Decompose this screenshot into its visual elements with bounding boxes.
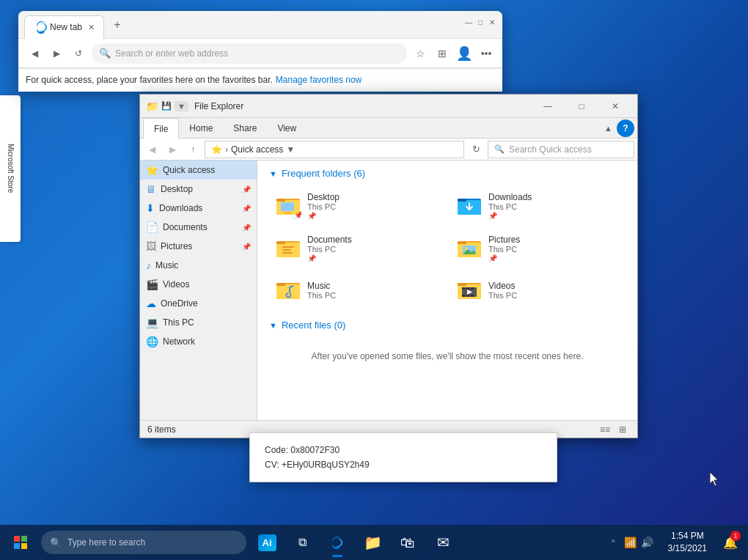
folder-videos[interactable]: Videos This PC bbox=[450, 273, 626, 308]
sidebar-item-this-pc[interactable]: 💻 This PC bbox=[140, 313, 257, 332]
browser-tab-close-btn[interactable]: ✕ bbox=[88, 23, 95, 32]
browser-window: New tab ✕ + — □ ✕ ◀ ▶ ↺ 🔍 Search or ente… bbox=[18, 11, 502, 92]
frequent-folders-title: Frequent folders (6) bbox=[282, 168, 365, 179]
fe-back-btn[interactable]: ◀ bbox=[143, 141, 161, 158]
frequent-chevron[interactable]: ▼ bbox=[269, 169, 277, 178]
start-button[interactable] bbox=[3, 525, 38, 560]
ribbon-tab-view[interactable]: View bbox=[267, 118, 307, 139]
sidebar-item-music[interactable]: ♪ Music bbox=[140, 256, 257, 275]
sidebar-item-desktop[interactable]: 🖥 Desktop 📌 bbox=[140, 180, 257, 199]
fe-minimize-btn[interactable]: — bbox=[532, 96, 564, 117]
recent-chevron[interactable]: ▼ bbox=[269, 321, 277, 330]
folder-documents[interactable]: Documents This PC 📌 bbox=[269, 230, 444, 267]
svg-rect-12 bbox=[276, 241, 285, 244]
svg-rect-37 bbox=[14, 543, 20, 549]
favorites-icon[interactable]: ☆ bbox=[411, 45, 429, 62]
browser-tab[interactable]: New tab ✕ bbox=[24, 15, 104, 39]
path-bar[interactable]: ⭐ › Quick access ▼ bbox=[205, 141, 464, 158]
taskbar-mail-icon: ✉ bbox=[437, 534, 450, 551]
ribbon-tab-file[interactable]: File bbox=[143, 118, 179, 139]
fe-close-btn[interactable]: ✕ bbox=[599, 96, 631, 117]
browser-window-controls: — □ ✕ bbox=[464, 18, 496, 32]
help-button[interactable]: ? bbox=[617, 119, 634, 137]
taskbar-search[interactable]: 🔍 Type here to search bbox=[41, 531, 246, 554]
settings-icon[interactable]: ••• bbox=[477, 45, 495, 62]
sidebar-item-videos[interactable]: 🎬 Videos bbox=[140, 275, 257, 294]
sidebar-item-documents[interactable]: 📄 Documents 📌 bbox=[140, 218, 257, 237]
path-dropdown-icon[interactable]: ▼ bbox=[286, 144, 295, 155]
taskbar-file-explorer-icon: 📁 bbox=[364, 534, 382, 551]
folder-videos-icon bbox=[456, 277, 483, 303]
folder-downloads[interactable]: Downloads This PC 📌 bbox=[450, 188, 626, 224]
address-bar-row: ◀ ▶ ↑ ⭐ › Quick access ▼ ↻ 🔍 Search Quic… bbox=[140, 139, 637, 161]
folder-videos-subtitle: This PC bbox=[488, 291, 517, 300]
details-view-btn[interactable]: ≡≡ bbox=[598, 422, 612, 437]
tray-clock[interactable]: 1:54 PM 3/15/2021 bbox=[659, 530, 716, 555]
taskbar-edge-button[interactable] bbox=[320, 525, 355, 560]
folder-desktop[interactable]: 📌 Desktop This PC 📌 bbox=[269, 188, 444, 224]
folder-pictures-info: Pictures This PC 📌 bbox=[488, 235, 520, 262]
file-explorer-titlebar: 📁 💾 ▼ File Explorer — □ ✕ bbox=[140, 95, 637, 118]
fe-quick-save-icon: 💾 bbox=[161, 101, 172, 111]
mouse-cursor bbox=[710, 472, 719, 487]
file-explorer: 📁 💾 ▼ File Explorer — □ ✕ File Home Shar… bbox=[139, 94, 638, 438]
sidebar-item-downloads[interactable]: ⬇ Downloads 📌 bbox=[140, 199, 257, 218]
fe-window-controls: — □ ✕ bbox=[532, 96, 631, 117]
network-tray-icon[interactable]: 📶 bbox=[624, 537, 637, 548]
profile-icon[interactable]: 👤 bbox=[455, 45, 473, 62]
folder-music[interactable]: Music This PC bbox=[269, 273, 444, 308]
this-pc-icon: 💻 bbox=[146, 317, 158, 328]
music-icon: ♪ bbox=[146, 259, 151, 271]
path-star-icon: ⭐ bbox=[211, 144, 222, 155]
sidebar-label-documents: Documents bbox=[163, 222, 208, 232]
folder-videos-name: Videos bbox=[488, 281, 517, 291]
fe-up-btn[interactable]: ↑ bbox=[184, 141, 202, 158]
taskbar-ai-button[interactable]: Ai bbox=[249, 525, 285, 560]
folder-downloads-subtitle: This PC bbox=[488, 202, 532, 211]
forward-button[interactable]: ▶ bbox=[48, 45, 65, 62]
videos-icon: 🎬 bbox=[146, 279, 158, 290]
browser-close-btn[interactable]: ✕ bbox=[488, 18, 496, 27]
ribbon-tab-home[interactable]: Home bbox=[179, 118, 223, 139]
address-bar[interactable]: 🔍 Search or enter web address bbox=[92, 43, 407, 64]
back-button[interactable]: ◀ bbox=[26, 45, 43, 62]
collections-icon[interactable]: ⊞ bbox=[433, 45, 451, 62]
fe-forward-btn[interactable]: ▶ bbox=[164, 141, 181, 158]
status-items-count: 6 items bbox=[147, 424, 176, 435]
large-icons-view-btn[interactable]: ⊞ bbox=[615, 422, 630, 437]
tray-expand-btn[interactable]: ^ bbox=[609, 539, 618, 547]
taskbar-mail-button[interactable]: ✉ bbox=[425, 525, 461, 560]
sidebar-item-onedrive[interactable]: ☁ OneDrive bbox=[140, 294, 257, 313]
manage-favorites-link[interactable]: Manage favorites now bbox=[276, 75, 362, 85]
folder-music-subtitle: This PC bbox=[307, 291, 336, 300]
browser-minimize-btn[interactable]: — bbox=[464, 18, 473, 27]
fe-refresh-btn[interactable]: ↻ bbox=[467, 141, 485, 158]
volume-tray-icon[interactable]: 🔊 bbox=[641, 537, 653, 548]
clock-date: 3/15/2021 bbox=[668, 542, 707, 555]
notification-button[interactable]: 🔔 1 bbox=[716, 525, 745, 560]
new-tab-button[interactable]: + bbox=[107, 15, 128, 35]
refresh-button[interactable]: ↺ bbox=[70, 45, 87, 62]
sidebar-item-quick-access[interactable]: ⭐ Quick access bbox=[140, 161, 257, 180]
browser-maximize-btn[interactable]: □ bbox=[476, 18, 485, 27]
quick-access-icon: ⭐ bbox=[146, 164, 158, 176]
svg-rect-36 bbox=[21, 536, 27, 542]
sidebar-item-pictures[interactable]: 🖼 Pictures 📌 bbox=[140, 237, 257, 256]
search-bar[interactable]: 🔍 Search Quick access bbox=[488, 141, 634, 158]
fe-nav-dropdown[interactable]: ▼ bbox=[175, 101, 188, 111]
error-cv: CV: +EHy0URBqUSY2h49 bbox=[265, 460, 542, 470]
taskbar-file-explorer-button[interactable]: 📁 bbox=[355, 525, 390, 560]
svg-rect-30 bbox=[466, 287, 469, 290]
path-arrow: › bbox=[225, 144, 228, 155]
ribbon-tab-share[interactable]: Share bbox=[223, 118, 267, 139]
fe-maximize-btn[interactable]: □ bbox=[565, 96, 598, 117]
sidebar-item-network[interactable]: 🌐 Network bbox=[140, 332, 257, 351]
taskbar-store-button[interactable]: 🛍 bbox=[390, 525, 425, 560]
ribbon-tabs: File Home Share View ▲ ? bbox=[140, 118, 637, 139]
ms-store-sidebar[interactable]: Microsoft Store bbox=[0, 95, 21, 242]
recent-empty-message: After you've opened some files, we'll sh… bbox=[269, 336, 626, 376]
folder-pictures[interactable]: Pictures This PC 📌 bbox=[450, 230, 626, 267]
ribbon-expand-btn[interactable]: ▲ bbox=[600, 122, 617, 134]
documents-icon: 📄 bbox=[146, 221, 158, 233]
task-view-button[interactable]: ⧉ bbox=[285, 525, 320, 560]
